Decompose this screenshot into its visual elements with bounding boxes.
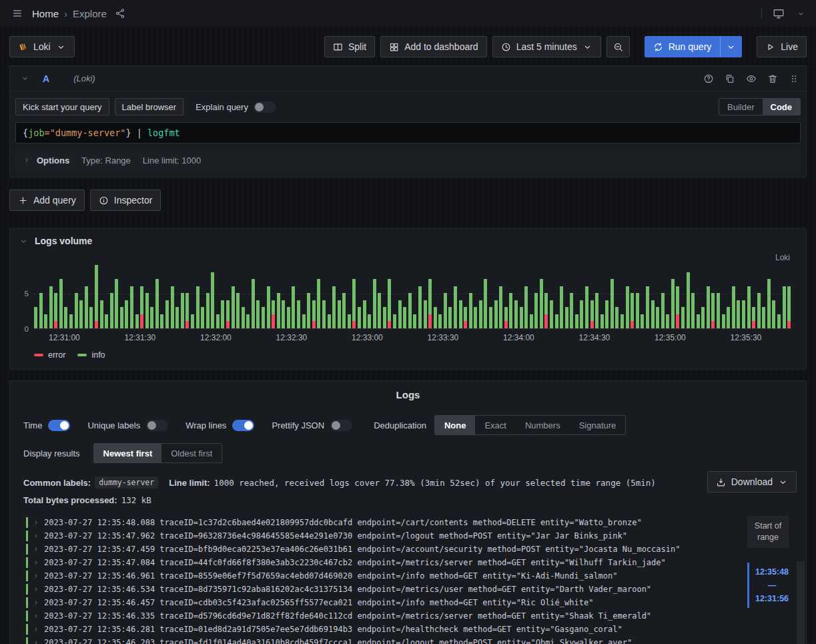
split-icon	[333, 42, 343, 52]
drag-handle-icon[interactable]	[789, 73, 799, 84]
chevron-down-icon	[778, 477, 788, 487]
builder-mode-option[interactable]: Builder	[719, 99, 762, 115]
logs-panel-title: Logs	[10, 381, 806, 403]
breadcrumb-current: Explore	[73, 8, 107, 19]
datasource-picker[interactable]: Loki	[9, 36, 75, 57]
dedup-option-none[interactable]: None	[435, 416, 476, 434]
delete-query-trash-icon[interactable]	[767, 73, 778, 84]
log-timestamp: 2023-07-27 12:35:46.335	[44, 611, 155, 621]
breadcrumb-home[interactable]: Home	[32, 8, 59, 19]
explain-query-toggle[interactable]	[254, 101, 276, 113]
total-bytes-label: Total bytes processed:	[23, 495, 117, 505]
unique-labels-toggle-label: Unique labels	[87, 420, 140, 430]
nav-chevron-down-icon[interactable]	[795, 8, 807, 19]
time-toggle[interactable]	[48, 420, 70, 431]
log-row[interactable]: 2023-07-27 12:35:46.534 traceID=8d735971…	[26, 583, 726, 596]
query-datasource-hint: (Loki)	[73, 73, 95, 83]
x-axis-tick: 12:35:00	[655, 333, 686, 342]
log-row[interactable]: 2023-07-27 12:35:47.084 traceID=44fc0fd6…	[26, 556, 726, 569]
run-query-button[interactable]: Run query	[645, 36, 721, 57]
log-row[interactable]: 2023-07-27 12:35:46.457 traceID=cdb03c5f…	[26, 596, 726, 609]
expand-chevron-icon	[33, 613, 39, 619]
log-timestamp: 2023-07-27 12:35:46.534	[44, 585, 155, 594]
time-range-label: Last 5 minutes	[516, 41, 577, 52]
add-query-label: Add query	[33, 195, 76, 206]
log-row[interactable]: 2023-07-27 12:35:47.459 traceID=bfb9d0ec…	[26, 543, 726, 556]
explore-actions: Add query Inspector	[9, 190, 807, 211]
query-options-row[interactable]: Options Type: Range Line limit: 1000	[15, 149, 801, 172]
query-token: }	[125, 127, 131, 138]
logs-scrollbar[interactable]	[797, 561, 805, 644]
explore-toolbar: Loki Split Add to dashboard Last 5 minut…	[0, 27, 816, 65]
x-axis-tick: 12:33:00	[352, 333, 383, 342]
share-icon[interactable]	[113, 7, 127, 20]
time-toggle-label: Time	[23, 420, 42, 430]
y-axis-tick: 0	[25, 325, 29, 333]
log-row[interactable]: 2023-07-27 12:35:48.088 traceID=1c37d2c6…	[26, 516, 726, 529]
log-row[interactable]: 2023-07-27 12:35:47.962 traceID=96328736…	[26, 529, 726, 543]
add-to-dashboard-button[interactable]: Add to dashboard	[380, 36, 487, 57]
log-row[interactable]: 2023-07-27 12:35:46.335 traceID=d5796cd6…	[26, 609, 726, 623]
query-collapse-icon[interactable]	[19, 73, 31, 84]
x-axis-tick: 12:31:30	[125, 333, 156, 342]
log-timestamp: 2023-07-27 12:35:47.962	[44, 531, 155, 541]
live-button[interactable]: Live	[757, 36, 807, 57]
logs-volume-collapse-icon[interactable]	[18, 236, 29, 247]
expand-chevron-icon	[33, 533, 39, 539]
x-axis: 12:31:0012:31:3012:32:0012:32:3012:33:00…	[34, 332, 791, 346]
expand-chevron-icon	[33, 519, 39, 526]
logs-volume-title: Logs volume	[35, 236, 92, 246]
duplicate-query-icon[interactable]	[725, 73, 735, 84]
log-row[interactable]: 2023-07-27 12:35:46.281 traceID=01ed8d2a…	[26, 623, 726, 636]
dedup-option-exact[interactable]: Exact	[475, 416, 516, 434]
log-row[interactable]: 2023-07-27 12:35:46.961 traceID=8559e06e…	[26, 569, 726, 583]
inspector-label: Inspector	[114, 195, 153, 206]
log-row[interactable]: 2023-07-27 12:35:46.203 traceID=fd1f014a…	[26, 636, 726, 644]
plus-icon	[18, 196, 28, 206]
add-query-button[interactable]: Add query	[9, 190, 85, 211]
logs-volume-chart[interactable]: Loki 5 0 12:31:0012:31:3012:32:0012:32:3…	[10, 253, 806, 364]
time-range-marker[interactable]: 12:35:48 — 12:31:56	[747, 563, 789, 608]
label-browser-button[interactable]: Label browser	[115, 98, 184, 115]
run-query-interval-dropdown[interactable]	[720, 36, 742, 57]
logs-volume-panel: Logs volume Loki 5 0 12:31:0012:31:3012:…	[9, 228, 807, 370]
query-ref-id[interactable]: A	[37, 73, 55, 84]
log-message: traceID=cdb03c5f423afac02565ff5577eca021…	[159, 598, 593, 607]
inspector-button[interactable]: Inspector	[90, 190, 161, 211]
play-icon	[765, 42, 775, 52]
wrap-lines-toggle[interactable]	[232, 420, 254, 431]
log-timestamp: 2023-07-27 12:35:48.088	[44, 518, 155, 527]
log-level-indicator	[26, 517, 28, 528]
code-mode-option[interactable]: Code	[763, 99, 801, 115]
start-of-range-button[interactable]: Start of range	[747, 516, 789, 548]
query-help-icon[interactable]	[703, 73, 714, 84]
y-axis-tick: 5	[25, 290, 29, 298]
log-timestamp: 2023-07-27 12:35:46.457	[44, 598, 155, 607]
split-button[interactable]: Split	[324, 36, 375, 57]
time-range-picker[interactable]: Last 5 minutes	[492, 36, 601, 57]
zoom-out-button[interactable]	[606, 36, 630, 57]
kick-start-query-button[interactable]: Kick start your query	[15, 98, 109, 115]
legend-item-info[interactable]: info	[77, 350, 105, 360]
dedup-option-signature[interactable]: Signature	[570, 416, 626, 434]
prettify-json-toggle[interactable]	[330, 420, 352, 431]
dedup-option-numbers[interactable]: Numbers	[516, 416, 570, 434]
x-axis-tick: 12:35:30	[731, 333, 762, 342]
add-to-dashboard-label: Add to dashboard	[404, 41, 478, 52]
log-level-indicator	[26, 557, 28, 568]
wrap-lines-toggle-label: Wrap lines	[185, 420, 226, 430]
newest-first-option[interactable]: Newest first	[94, 444, 162, 462]
download-button[interactable]: Download	[707, 471, 797, 493]
toggle-visibility-eye-icon[interactable]	[746, 73, 757, 84]
unique-labels-toggle[interactable]	[146, 420, 168, 431]
kiosk-monitor-icon[interactable]	[771, 6, 786, 21]
options-chevron-right-icon[interactable]	[23, 157, 30, 164]
log-timestamp: 2023-07-27 12:35:47.084	[44, 558, 155, 567]
query-token: ="dummy-server"	[45, 127, 126, 138]
run-query-group: Run query	[645, 36, 743, 57]
oldest-first-option[interactable]: Oldest first	[161, 444, 222, 462]
legend-item-error[interactable]: error	[34, 350, 65, 360]
menu-icon[interactable]	[9, 5, 25, 21]
query-code-input[interactable]: {job="dummy-server"} | logfmt	[15, 122, 801, 143]
range-separator: —	[755, 579, 789, 592]
